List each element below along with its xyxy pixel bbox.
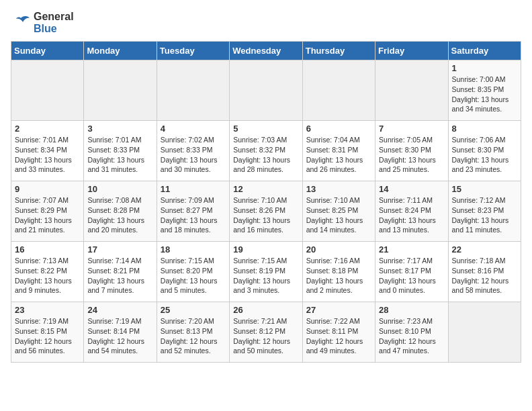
calendar-cell: 15Sunrise: 7:12 AM Sunset: 8:23 PM Dayli… (448, 181, 521, 242)
calendar-cell: 26Sunrise: 7:21 AM Sunset: 8:12 PM Dayli… (230, 302, 302, 363)
logo-blue: Blue (34, 23, 74, 35)
day-number: 8 (452, 124, 517, 134)
day-number: 21 (379, 244, 444, 255)
day-info: Sunrise: 7:22 AM Sunset: 8:11 PM Dayligh… (306, 316, 371, 356)
calendar-cell: 2Sunrise: 7:01 AM Sunset: 8:34 PM Daylig… (11, 121, 84, 181)
header-day-sunday: Sunday (11, 42, 84, 60)
calendar-week-row: 2Sunrise: 7:01 AM Sunset: 8:34 PM Daylig… (11, 121, 521, 181)
calendar-cell (448, 302, 521, 363)
calendar-cell: 8Sunrise: 7:06 AM Sunset: 8:30 PM Daylig… (448, 121, 521, 181)
day-number: 15 (452, 184, 517, 194)
day-number: 22 (452, 244, 517, 255)
day-number: 12 (233, 184, 298, 194)
day-info: Sunrise: 7:04 AM Sunset: 8:31 PM Dayligh… (306, 135, 371, 175)
page-header: GeneralBlue (11, 11, 521, 34)
day-info: Sunrise: 7:15 AM Sunset: 8:19 PM Dayligh… (233, 256, 298, 295)
day-info: Sunrise: 7:13 AM Sunset: 8:22 PM Dayligh… (15, 256, 80, 295)
day-info: Sunrise: 7:18 AM Sunset: 8:16 PM Dayligh… (452, 256, 517, 295)
logo-bird-icon (11, 13, 31, 33)
calendar-cell: 21Sunrise: 7:17 AM Sunset: 8:17 PM Dayli… (375, 242, 448, 302)
calendar-cell (157, 60, 229, 121)
day-info: Sunrise: 7:17 AM Sunset: 8:17 PM Dayligh… (379, 256, 444, 295)
calendar-cell: 3Sunrise: 7:01 AM Sunset: 8:33 PM Daylig… (84, 121, 157, 181)
calendar-header-row: SundayMondayTuesdayWednesdayThursdayFrid… (11, 42, 521, 60)
day-number: 19 (233, 244, 298, 255)
day-info: Sunrise: 7:11 AM Sunset: 8:24 PM Dayligh… (379, 195, 444, 235)
day-number: 3 (87, 124, 152, 134)
day-info: Sunrise: 7:15 AM Sunset: 8:20 PM Dayligh… (161, 256, 226, 295)
day-info: Sunrise: 7:01 AM Sunset: 8:34 PM Dayligh… (15, 135, 80, 175)
calendar-cell: 23Sunrise: 7:19 AM Sunset: 8:15 PM Dayli… (11, 302, 84, 363)
day-info: Sunrise: 7:23 AM Sunset: 8:10 PM Dayligh… (379, 316, 444, 356)
calendar-cell: 14Sunrise: 7:11 AM Sunset: 8:24 PM Dayli… (375, 181, 448, 242)
day-number: 23 (15, 305, 80, 315)
header-day-friday: Friday (375, 42, 448, 60)
day-info: Sunrise: 7:21 AM Sunset: 8:12 PM Dayligh… (233, 316, 298, 356)
day-number: 18 (161, 244, 226, 255)
calendar-cell (84, 60, 157, 121)
calendar-cell: 19Sunrise: 7:15 AM Sunset: 8:19 PM Dayli… (230, 242, 302, 302)
calendar-cell: 7Sunrise: 7:05 AM Sunset: 8:30 PM Daylig… (375, 121, 448, 181)
logo-general: General (34, 11, 74, 23)
day-info: Sunrise: 7:08 AM Sunset: 8:28 PM Dayligh… (87, 195, 152, 235)
day-number: 4 (161, 124, 226, 134)
header-day-tuesday: Tuesday (157, 42, 229, 60)
calendar-week-row: 16Sunrise: 7:13 AM Sunset: 8:22 PM Dayli… (11, 242, 521, 302)
calendar-cell: 20Sunrise: 7:16 AM Sunset: 8:18 PM Dayli… (302, 242, 375, 302)
day-info: Sunrise: 7:10 AM Sunset: 8:25 PM Dayligh… (306, 195, 371, 235)
day-number: 1 (452, 63, 517, 73)
calendar-cell: 6Sunrise: 7:04 AM Sunset: 8:31 PM Daylig… (302, 121, 375, 181)
day-info: Sunrise: 7:20 AM Sunset: 8:13 PM Dayligh… (161, 316, 226, 356)
calendar-cell: 18Sunrise: 7:15 AM Sunset: 8:20 PM Dayli… (157, 242, 229, 302)
day-number: 5 (233, 124, 298, 134)
day-info: Sunrise: 7:19 AM Sunset: 8:15 PM Dayligh… (15, 316, 80, 356)
day-info: Sunrise: 7:01 AM Sunset: 8:33 PM Dayligh… (87, 135, 152, 175)
calendar-week-row: 23Sunrise: 7:19 AM Sunset: 8:15 PM Dayli… (11, 302, 521, 363)
day-info: Sunrise: 7:19 AM Sunset: 8:14 PM Dayligh… (87, 316, 152, 356)
calendar-cell: 16Sunrise: 7:13 AM Sunset: 8:22 PM Dayli… (11, 242, 84, 302)
day-number: 10 (87, 184, 152, 194)
header-day-wednesday: Wednesday (230, 42, 302, 60)
logo: GeneralBlue (11, 11, 74, 34)
calendar-cell: 10Sunrise: 7:08 AM Sunset: 8:28 PM Dayli… (84, 181, 157, 242)
calendar-cell: 25Sunrise: 7:20 AM Sunset: 8:13 PM Dayli… (157, 302, 229, 363)
calendar-table: SundayMondayTuesdayWednesdayThursdayFrid… (11, 41, 521, 363)
calendar-cell: 28Sunrise: 7:23 AM Sunset: 8:10 PM Dayli… (375, 302, 448, 363)
day-number: 14 (379, 184, 444, 194)
day-info: Sunrise: 7:06 AM Sunset: 8:30 PM Dayligh… (452, 135, 517, 175)
calendar-cell (375, 60, 448, 121)
calendar-cell: 27Sunrise: 7:22 AM Sunset: 8:11 PM Dayli… (302, 302, 375, 363)
calendar-cell: 24Sunrise: 7:19 AM Sunset: 8:14 PM Dayli… (84, 302, 157, 363)
day-info: Sunrise: 7:02 AM Sunset: 8:33 PM Dayligh… (161, 135, 226, 175)
calendar-week-row: 1Sunrise: 7:00 AM Sunset: 8:35 PM Daylig… (11, 60, 521, 121)
day-info: Sunrise: 7:09 AM Sunset: 8:27 PM Dayligh… (161, 195, 226, 235)
calendar-cell (11, 60, 84, 121)
day-number: 24 (87, 305, 152, 315)
day-number: 7 (379, 124, 444, 134)
calendar-cell: 5Sunrise: 7:03 AM Sunset: 8:32 PM Daylig… (230, 121, 302, 181)
day-number: 28 (379, 305, 444, 315)
day-number: 6 (306, 124, 371, 134)
header-day-thursday: Thursday (302, 42, 375, 60)
day-number: 20 (306, 244, 371, 255)
calendar-cell: 9Sunrise: 7:07 AM Sunset: 8:29 PM Daylig… (11, 181, 84, 242)
day-number: 26 (233, 305, 298, 315)
calendar-cell: 4Sunrise: 7:02 AM Sunset: 8:33 PM Daylig… (157, 121, 229, 181)
day-number: 27 (306, 305, 371, 315)
calendar-cell: 13Sunrise: 7:10 AM Sunset: 8:25 PM Dayli… (302, 181, 375, 242)
day-number: 25 (161, 305, 226, 315)
day-number: 9 (15, 184, 80, 194)
calendar-cell (230, 60, 302, 121)
day-number: 16 (15, 244, 80, 255)
calendar-cell (302, 60, 375, 121)
day-number: 17 (87, 244, 152, 255)
day-info: Sunrise: 7:12 AM Sunset: 8:23 PM Dayligh… (452, 195, 517, 235)
day-info: Sunrise: 7:03 AM Sunset: 8:32 PM Dayligh… (233, 135, 298, 175)
day-info: Sunrise: 7:16 AM Sunset: 8:18 PM Dayligh… (306, 256, 371, 295)
calendar-cell: 17Sunrise: 7:14 AM Sunset: 8:21 PM Dayli… (84, 242, 157, 302)
day-info: Sunrise: 7:00 AM Sunset: 8:35 PM Dayligh… (452, 75, 517, 114)
day-number: 11 (161, 184, 226, 194)
day-number: 13 (306, 184, 371, 194)
day-info: Sunrise: 7:05 AM Sunset: 8:30 PM Dayligh… (379, 135, 444, 175)
calendar-cell: 22Sunrise: 7:18 AM Sunset: 8:16 PM Dayli… (448, 242, 521, 302)
